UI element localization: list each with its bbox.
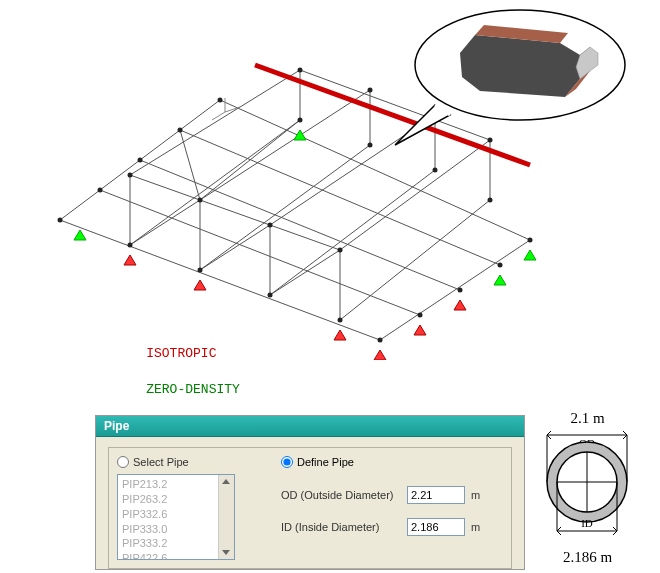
id-input[interactable] [407, 518, 465, 536]
id-label-tag: ID [581, 517, 593, 529]
svg-marker-58 [294, 130, 306, 140]
svg-line-9 [340, 200, 490, 320]
svg-line-28 [180, 130, 200, 200]
svg-point-39 [338, 318, 343, 323]
svg-point-47 [458, 288, 463, 293]
select-pipe-radio[interactable] [117, 456, 129, 468]
pipe-cross-section: 2.1 m OD ID 2.186 m [535, 410, 640, 570]
svg-point-42 [368, 143, 373, 148]
od-dimension-text: 2.1 m [535, 410, 640, 427]
list-item[interactable]: PIP333.0 [122, 522, 214, 537]
svg-point-36 [128, 243, 133, 248]
svg-point-46 [418, 313, 423, 318]
structural-diagram [0, 0, 660, 380]
id-label: ID (Inside Diameter) [281, 521, 401, 533]
list-item[interactable]: PIP422.6 [122, 551, 214, 560]
svg-line-7 [200, 145, 370, 270]
svg-point-54 [368, 88, 373, 93]
svg-point-33 [138, 158, 143, 163]
svg-point-34 [178, 128, 183, 133]
svg-point-32 [98, 188, 103, 193]
od-unit: m [471, 489, 480, 501]
material-name: ZERO-DENSITY [146, 382, 240, 397]
svg-point-45 [528, 238, 533, 243]
id-dimension-text: 2.186 m [535, 549, 640, 566]
svg-line-22 [340, 140, 490, 250]
scrollbar[interactable] [218, 475, 234, 559]
svg-point-49 [128, 173, 133, 178]
od-label: OD (Outside Diameter) [281, 489, 401, 501]
svg-point-48 [498, 263, 503, 268]
svg-line-19 [130, 70, 300, 175]
svg-line-68 [212, 112, 225, 120]
svg-marker-71 [460, 35, 580, 97]
svg-point-44 [488, 198, 493, 203]
svg-point-35 [218, 98, 223, 103]
list-item[interactable]: PIP332.6 [122, 507, 214, 522]
svg-line-29 [200, 120, 300, 200]
svg-marker-62 [194, 280, 206, 290]
svg-marker-59 [524, 250, 536, 260]
svg-point-50 [198, 198, 203, 203]
svg-marker-60 [494, 275, 506, 285]
svg-point-40 [378, 338, 383, 343]
svg-line-25 [130, 200, 200, 245]
svg-line-10 [380, 240, 530, 340]
svg-point-53 [298, 68, 303, 73]
svg-point-37 [198, 268, 203, 273]
svg-marker-65 [454, 300, 466, 310]
member-callout [380, 5, 630, 155]
list-item[interactable]: PIP333.2 [122, 536, 214, 551]
list-item[interactable]: PIP263.2 [122, 492, 214, 507]
svg-point-38 [268, 293, 273, 298]
isotropic-keyword: ISOTROPIC [146, 346, 216, 361]
id-unit: m [471, 521, 480, 533]
svg-marker-61 [124, 255, 136, 265]
list-item[interactable]: PIP213.2 [122, 477, 214, 492]
define-pipe-label: Define Pipe [297, 456, 354, 468]
pipe-dialog-title: Pipe [96, 416, 524, 437]
svg-point-41 [298, 118, 303, 123]
svg-marker-63 [334, 330, 346, 340]
svg-marker-64 [414, 325, 426, 335]
svg-point-51 [268, 223, 273, 228]
svg-point-31 [58, 218, 63, 223]
svg-line-23 [130, 175, 340, 250]
svg-line-2 [140, 160, 460, 290]
od-input[interactable] [407, 486, 465, 504]
svg-point-52 [338, 248, 343, 253]
svg-line-27 [270, 250, 340, 295]
svg-line-8 [270, 170, 435, 295]
define-pipe-radio[interactable] [281, 456, 293, 468]
select-pipe-label: Select Pipe [133, 456, 189, 468]
svg-point-43 [433, 168, 438, 173]
svg-marker-57 [74, 230, 86, 240]
pipe-preset-list[interactable]: PIP213.2 PIP263.2 PIP332.6 PIP333.0 PIP3… [117, 474, 235, 560]
svg-marker-66 [374, 350, 386, 360]
pipe-dialog: Pipe Select Pipe PIP213.2 PIP263.2 PIP33… [95, 415, 525, 570]
svg-line-26 [200, 225, 270, 270]
